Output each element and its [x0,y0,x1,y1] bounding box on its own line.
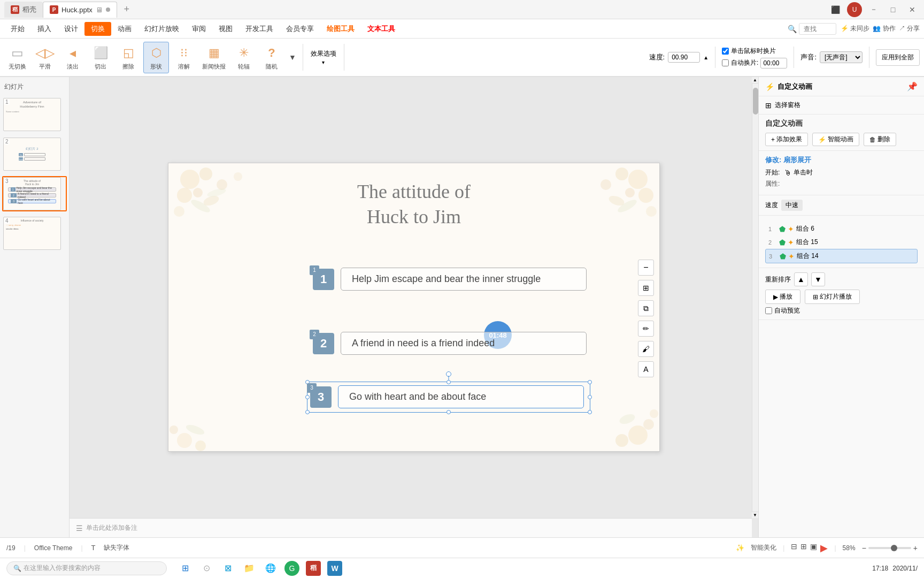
layers-icon[interactable]: ⧉ [638,300,654,316]
reorder-down-btn[interactable]: ▼ [811,272,825,286]
sync-status[interactable]: ⚡ 未同步 [841,24,869,33]
play-status-icon[interactable]: ▶ [820,542,828,554]
handle-tm[interactable] [446,380,451,384]
toolbar-news[interactable]: ▦ 新闻快报 [199,42,229,73]
speed-input[interactable] [668,52,700,63]
minimize-btn[interactable]: － [866,2,881,17]
zoom-in-btn[interactable]: + [913,544,918,552]
play-btn[interactable]: ▶ 播放 [765,290,800,304]
rotate-handle[interactable] [446,371,451,377]
taskbar-search-btn[interactable]: ⊙ [199,561,214,576]
slide-thumb-2[interactable]: 幻灯片 2 Jim Huck 2 [2,136,67,172]
toolbar-no-switch[interactable]: ▭ 无切换 [4,42,30,73]
handle-tr[interactable] [588,380,592,384]
reorder-up-btn[interactable]: ▲ [794,272,808,286]
item3-text-box[interactable]: Go with heart and be about face [338,385,584,408]
taskbar-explorer[interactable]: 📁 [242,561,257,576]
handle-bl[interactable] [305,410,310,414]
menu-search-input[interactable] [799,23,836,35]
taskbar-circle1[interactable]: G [284,561,299,576]
taskbar-edge[interactable]: 🌐 [263,561,278,576]
paint-icon[interactable]: 🖌 [638,341,654,357]
toolbar-dissolve[interactable]: ⁝⁝ 溶解 [171,42,197,73]
menu-insert[interactable]: 插入 [31,22,58,36]
maximize-btn[interactable]: □ [886,2,900,17]
menu-start[interactable]: 开始 [4,22,31,36]
toolbar-random[interactable]: ? 随机 [259,42,284,73]
handle-ml[interactable] [305,395,310,399]
zoom-slider[interactable] [868,547,911,549]
view-icon-1[interactable]: ⊟ [791,542,797,554]
add-effect-btn[interactable]: + 添加效果 [765,133,808,146]
delete-anim-btn[interactable]: 🗑 删除 [864,133,896,146]
collapse-icon[interactable]: − [638,260,654,276]
new-tab-button[interactable]: + [119,2,134,17]
scroll-down-btn[interactable]: ▼ [752,512,758,518]
select-pane-row[interactable]: ⊞ 选择窗格 [765,101,918,110]
slide-thumb-3[interactable]: The attitude ofHuck to Jim 1Help Jim esc… [2,176,67,211]
toolbar-effect-options[interactable]: 效果选项 ▾ [307,47,340,67]
zoom-out-btn[interactable]: − [862,544,866,552]
close-btn[interactable]: ✕ [905,2,920,17]
auto-preview-row[interactable]: 自动预览 [765,306,918,315]
menu-slideshow[interactable]: 幻灯片放映 [138,22,186,36]
menu-animation[interactable]: 动画 [111,22,138,36]
anim-item-1[interactable]: 1 ⬟ ✦ 组合 6 [765,222,918,235]
toolbar-fade[interactable]: ◂ 淡出 [60,42,86,73]
menu-vip[interactable]: 会员专享 [280,22,320,36]
smart-beautify-label[interactable]: 智能美化 [751,543,776,552]
menu-devtools[interactable]: 开发工具 [239,22,280,36]
slide-canvas[interactable]: The attitude of Huck to Jim 1 1 Help Jim… [168,163,660,452]
user-avatar[interactable]: U [847,2,862,17]
share-btn[interactable]: ↗ 分享 [899,24,920,33]
menu-design[interactable]: 设计 [58,22,84,36]
view-icon-2[interactable]: ⊞ [800,542,807,554]
canvas-scrollbar-vert[interactable] [752,77,758,518]
toolbar-more-btn[interactable]: ▼ [287,53,298,62]
slide-thumb-4[interactable]: Influence of society → sorry, shame secu… [2,216,67,251]
single-click-row[interactable]: 单击鼠标时换片 [722,47,787,56]
auto-preview-checkbox[interactable] [765,307,772,314]
taskbar-word-app[interactable]: W [327,561,342,576]
slideshow-btn[interactable]: ⊞ 幻灯片播放 [805,290,860,304]
tab-daoji[interactable]: 稻 稻壳 [4,2,43,18]
toolbar-smooth[interactable]: ◁▷ 平滑 [32,42,58,73]
missing-font-label[interactable]: 缺失字体 [104,543,129,552]
theme-label[interactable]: Office Theme [34,544,73,552]
smart-anim-btn[interactable]: ⚡ 智能动画 [812,133,859,146]
window-switcher-btn[interactable]: ⬛ [828,2,843,17]
sound-select[interactable]: [无声音] [820,51,863,63]
view-icon-3[interactable]: ▣ [810,542,817,554]
menu-text-tool[interactable]: 文本工具 [361,22,402,36]
tab-huck[interactable]: P Huck.pptx 🖥 [43,2,117,18]
select-icon[interactable]: ⊞ [638,280,654,296]
tab-close-dot[interactable] [106,7,110,12]
taskbar-search[interactable]: 🔍 在这里输入你要搜索的内容 [6,561,167,575]
toolbar-wheel[interactable]: ✳ 轮辐 [231,42,257,73]
notes-area[interactable]: ☰ 单击此处添加备注 [70,518,752,537]
menu-review[interactable]: 审阅 [186,22,212,36]
menu-view[interactable]: 视图 [212,22,239,36]
anim-item-3[interactable]: 3 ⬟ ✦ 组合 14 [765,249,918,263]
handle-bm[interactable] [446,410,451,414]
single-click-checkbox[interactable] [722,48,729,55]
speed-stepper-up[interactable]: ▲ [703,55,709,60]
auto-switch-time[interactable] [760,58,787,69]
anim-item-2[interactable]: 2 ⬟ ✦ 组合 15 [765,235,918,249]
toolbar-wipe[interactable]: ◱ 擦除 [116,42,141,73]
taskbar-daoji-app[interactable]: 稻 [306,561,321,576]
menu-transition[interactable]: 切换 [84,22,111,36]
text-format-icon[interactable]: A [638,361,654,377]
taskbar-windows-btn[interactable]: ⊞ [178,561,192,576]
auto-switch-checkbox[interactable] [722,59,729,66]
menu-drawing-tool[interactable]: 绘图工具 [320,22,361,36]
apply-all-button[interactable]: 应用到全部 [876,49,920,66]
taskbar-task-view[interactable]: ⊠ [220,561,235,576]
collab-btn[interactable]: 👥 协作 [873,24,895,33]
scroll-up-btn[interactable]: ▲ [752,77,758,83]
slide-thumb-1[interactable]: Adventure ofHuckleberry Finn Some conten… [2,97,67,132]
pin-icon[interactable]: 📌 [907,81,918,92]
pen-icon[interactable]: ✏ [638,321,654,337]
toolbar-cut[interactable]: ⬜ 切出 [88,42,113,73]
toolbar-shape[interactable]: ⬡ 形状 [143,42,169,73]
